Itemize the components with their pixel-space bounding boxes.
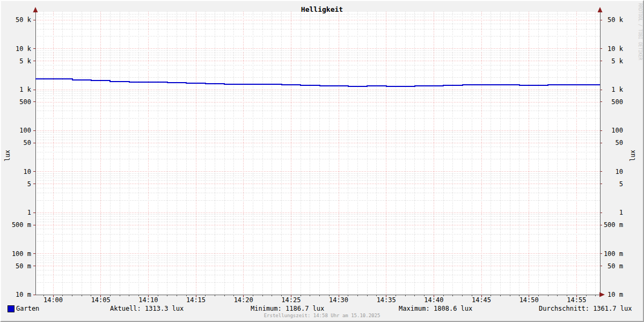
- y-axis-tick-label-left: 10 k: [16, 45, 32, 53]
- y-axis-tick-label-right: 50 m: [608, 262, 623, 270]
- creation-time-footer: Erstellungszeit: 14:58 Uhr am 15.10.2025: [0, 313, 644, 318]
- y-axis-label-left: lux: [4, 140, 11, 172]
- y-axis-tick-label-left: 50 k: [16, 16, 32, 24]
- x-axis-tick-label: 14:40: [424, 296, 443, 304]
- rrd-graph: 50 k50 k10 k10 k5 k5 k1 k1 k500500100100…: [0, 0, 644, 322]
- y-axis-tick-label-right: 100: [611, 127, 623, 134]
- y-axis-tick-label-right: 10 k: [608, 45, 624, 53]
- x-axis-tick-label: 14:30: [329, 296, 348, 304]
- y-axis-tick-label-right: 5 k: [611, 57, 623, 65]
- x-axis-arrow: [599, 292, 605, 297]
- chart-title: Helligkeit: [0, 5, 644, 13]
- y-axis-tick-label-right: 1: [619, 209, 623, 216]
- y-axis-tick-label-left: 50: [24, 139, 31, 147]
- legend-swatch: [8, 305, 14, 312]
- y-axis-tick-label-left: 10 m: [16, 291, 31, 298]
- y-axis-tick-label-right: 5: [619, 180, 623, 188]
- x-axis-tick-label: 14:55: [567, 296, 586, 304]
- x-axis-tick-label: 14:35: [377, 296, 396, 304]
- y-axis-label-right: lux: [629, 140, 636, 172]
- y-axis-tick-label-left: 10: [24, 168, 31, 175]
- legend-series-label: Garten: [16, 305, 39, 312]
- stat-durchschnitt: Durchschnitt: 1361.7 lux: [539, 305, 632, 312]
- y-axis-tick-label-left: 500 m: [12, 221, 31, 229]
- rrdtool-watermark: RRDTOOL / TOBI OETIKER: [638, 3, 642, 60]
- y-axis-tick-label-right: 50: [616, 139, 623, 147]
- y-axis-tick-label-right: 1 k: [611, 86, 623, 93]
- x-axis-tick-label: 14:25: [281, 296, 301, 304]
- y-axis-tick-label-right: 10: [616, 168, 623, 175]
- y-axis-tick-label-left: 50 m: [16, 262, 31, 270]
- y-axis-tick-label-right: 10 m: [608, 291, 623, 298]
- x-axis-tick-label: 14:10: [138, 296, 158, 304]
- y-axis-tick-label-left: 500: [19, 98, 31, 106]
- x-axis-tick-label: 14:20: [234, 296, 253, 304]
- y-axis-tick-label-left: 100: [19, 127, 31, 134]
- legend-row: Garten Aktuell: 1313.3 lux Minimum: 1186…: [0, 305, 644, 313]
- y-axis-tick-label-left: 1: [27, 209, 31, 216]
- x-axis-tick-label: 14:00: [43, 296, 63, 304]
- y-axis-tick-label-right: 50 k: [608, 16, 624, 24]
- x-axis-tick-label: 14:45: [472, 296, 491, 304]
- y-axis-tick-label-left: 1 k: [19, 86, 31, 93]
- stat-aktuell: Aktuell: 1313.3 lux: [110, 305, 184, 312]
- y-axis-tick-label-left: 100 m: [12, 250, 31, 258]
- x-axis-tick-label: 14:05: [91, 296, 111, 304]
- stat-minimum: Minimum: 1186.7 lux: [251, 305, 324, 312]
- plot-canvas: [35, 12, 600, 295]
- x-axis-tick-label: 14:50: [519, 296, 539, 304]
- y-axis-tick-label-right: 500: [611, 98, 623, 106]
- x-axis-tick-label: 14:15: [186, 296, 206, 304]
- y-axis-tick-label-left: 5: [27, 180, 31, 188]
- y-axis-tick-label-left: 5 k: [19, 57, 31, 65]
- stat-maximum: Maximum: 1808.6 lux: [399, 305, 472, 312]
- y-axis-tick-label-right: 500 m: [604, 221, 623, 229]
- y-axis-tick-label-right: 100 m: [604, 250, 623, 258]
